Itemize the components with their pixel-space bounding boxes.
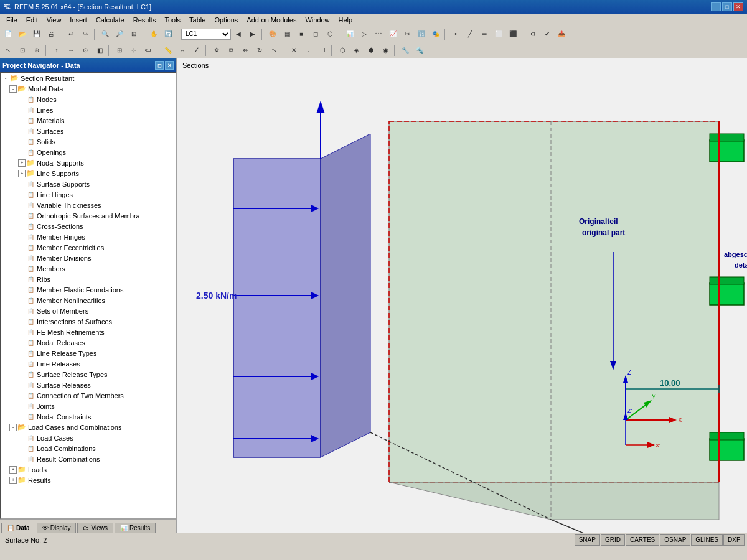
tree-toggle-load-cases-combo[interactable]: - (9, 424, 17, 431)
menu-item-calculate[interactable]: Calculate (92, 15, 128, 25)
tree-toggle-nodal-supports[interactable]: + (18, 159, 26, 167)
grid-button[interactable]: ⊞ (113, 44, 126, 57)
cursor-button[interactable]: ↖ (1, 44, 15, 57)
tree-item-member-divisions[interactable]: 📋Member Divisions (1, 253, 176, 263)
pan-button[interactable]: ✋ (147, 27, 161, 41)
tree-item-root[interactable]: -📂Section Resultant (1, 73, 176, 83)
tree-item-surface-supports[interactable]: 📋Surface Supports (1, 179, 176, 189)
view-front[interactable]: ↑ (50, 44, 63, 57)
tree-item-nodes[interactable]: 📋Nodes (1, 94, 176, 105)
load-case-combo[interactable]: LC1 (181, 29, 231, 40)
angle-button[interactable]: ∠ (190, 44, 204, 57)
tool2-button[interactable]: 🔩 (413, 44, 426, 57)
section-button[interactable]: ✂ (400, 27, 414, 41)
view-3d[interactable]: ◧ (93, 44, 106, 57)
status-button-dxf[interactable]: DXF (723, 534, 745, 546)
menu-item-file[interactable]: File (2, 15, 21, 25)
menu-item-view[interactable]: View (43, 15, 65, 25)
tree-toggle-root[interactable]: - (2, 75, 9, 82)
panel-tab-display[interactable]: 👁Display (37, 523, 77, 533)
values-button[interactable]: 🔢 (415, 27, 428, 41)
menu-item-edit[interactable]: Edit (22, 15, 42, 25)
redo-button[interactable]: ↪ (78, 27, 92, 41)
tree-item-intersections[interactable]: 📋Intersections of Surfaces (1, 316, 176, 327)
node-button[interactable]: • (449, 27, 463, 41)
deform-button[interactable]: 〰 (372, 27, 385, 41)
tree-item-surface-release-types[interactable]: 📋Surface Release Types (1, 369, 176, 380)
panel-tab-views[interactable]: 🗂Views (77, 523, 113, 533)
rotate-button[interactable]: 🔄 (161, 27, 175, 41)
tree-item-members[interactable]: 📋Members (1, 263, 176, 274)
menu-item-window[interactable]: Window (301, 15, 333, 25)
view-top[interactable]: ⊙ (78, 44, 92, 57)
labels-button[interactable]: 🏷 (141, 44, 155, 57)
check-button[interactable]: ✔ (540, 27, 554, 41)
tree-toggle-loads[interactable]: + (9, 466, 17, 474)
diagram-button[interactable]: 📈 (386, 27, 400, 41)
tree-item-orthotropic[interactable]: 📋Orthotropic Surfaces and Membra (1, 210, 176, 221)
tree-item-member-eccentricities[interactable]: 📋Member Eccentricities (1, 242, 176, 253)
param2-button[interactable]: ◈ (350, 44, 364, 57)
print-button[interactable]: 🖨 (44, 27, 58, 41)
new-button[interactable]: 📄 (1, 27, 15, 41)
tree-item-cross-sections[interactable]: 📋Cross-Sections (1, 221, 176, 231)
open-button[interactable]: 📂 (16, 27, 29, 41)
tree-item-materials[interactable]: 📋Materials (1, 115, 176, 126)
tree-item-nodal-releases[interactable]: 📋Nodal Releases (1, 337, 176, 348)
zoom-in-button[interactable]: 🔍 (98, 27, 112, 41)
tree-item-surface-releases[interactable]: 📋Surface Releases (1, 380, 176, 390)
tree-item-member-nonlinear[interactable]: 📋Member Nonlinearities (1, 295, 176, 306)
member-button[interactable]: ═ (477, 27, 491, 41)
close-button[interactable]: ✕ (733, 2, 743, 11)
extend-button[interactable]: ⊣ (316, 44, 329, 57)
snap-button[interactable]: ⊕ (30, 44, 44, 57)
iso-button[interactable]: ⬡ (323, 27, 337, 41)
tree-item-results[interactable]: +📁Results (1, 475, 176, 485)
menu-item-insert[interactable]: Insert (66, 15, 91, 25)
tree-item-joints[interactable]: 📋Joints (1, 401, 176, 411)
tree-toggle-line-supports[interactable]: + (18, 170, 26, 177)
menu-item-tools[interactable]: Tools (161, 15, 184, 25)
view-side[interactable]: → (64, 44, 78, 57)
tree-item-fe-mesh[interactable]: 📋FE Mesh Refinements (1, 327, 176, 337)
menu-item-table[interactable]: Table (186, 15, 209, 25)
undo-button[interactable]: ↩ (64, 27, 78, 41)
zoom-all-button[interactable]: ⊞ (127, 27, 141, 41)
tree-item-nodal-supports[interactable]: +📁Nodal Supports (1, 157, 176, 168)
tree-item-lines[interactable]: 📋Lines (1, 105, 176, 115)
measure-button[interactable]: 📏 (161, 44, 175, 57)
panel-float-button[interactable]: ◻ (155, 61, 164, 70)
tree-toggle-model-data[interactable]: - (9, 85, 17, 93)
tree-item-loads[interactable]: +📁Loads (1, 464, 176, 475)
tree-item-load-cases-combo[interactable]: -📂Load Cases and Combinations (1, 422, 176, 432)
tree-item-surfaces[interactable]: 📋Surfaces (1, 126, 176, 136)
tree-item-result-combinations[interactable]: 📋Result Combinations (1, 454, 176, 464)
tree-item-model-data[interactable]: -📂Model Data (1, 83, 176, 94)
tree-item-load-combinations[interactable]: 📋Load Combinations (1, 443, 176, 454)
status-button-cartes[interactable]: CARTES (626, 534, 659, 546)
status-button-osnap[interactable]: OSNAP (660, 534, 690, 546)
tree-item-connection-two-members[interactable]: 📋Connection of Two Members (1, 390, 176, 401)
animate-button[interactable]: ▷ (357, 27, 371, 41)
divide-button[interactable]: ÷ (301, 44, 315, 57)
viewport[interactable]: Sections LC1 (177, 58, 747, 533)
mirror-button[interactable]: ⇔ (238, 44, 252, 57)
menu-item-results[interactable]: Results (129, 15, 160, 25)
axes-button[interactable]: ⊹ (127, 44, 141, 57)
calc-button[interactable]: ⚙ (526, 27, 540, 41)
render-button[interactable]: 🎨 (266, 27, 280, 41)
panel-tab-data[interactable]: 📋Data (1, 523, 35, 533)
copy-button[interactable]: ⧉ (224, 44, 238, 57)
prev-lc-button[interactable]: ◀ (232, 27, 245, 41)
wire-button[interactable]: ▦ (280, 27, 294, 41)
save-button[interactable]: 💾 (30, 27, 44, 41)
param4-button[interactable]: ◉ (378, 44, 392, 57)
tree-item-line-releases[interactable]: 📋Line Releases (1, 358, 176, 369)
param1-button[interactable]: ⬡ (336, 44, 349, 57)
move-button[interactable]: ✥ (210, 44, 223, 57)
menu-item-options[interactable]: Options (210, 15, 242, 25)
delete-button[interactable]: ✕ (287, 44, 301, 57)
tree-item-member-hinges[interactable]: 📋Member Hinges (1, 231, 176, 242)
tree-toggle-results[interactable]: + (9, 477, 17, 484)
solid-btn2[interactable]: ⬛ (506, 27, 520, 41)
